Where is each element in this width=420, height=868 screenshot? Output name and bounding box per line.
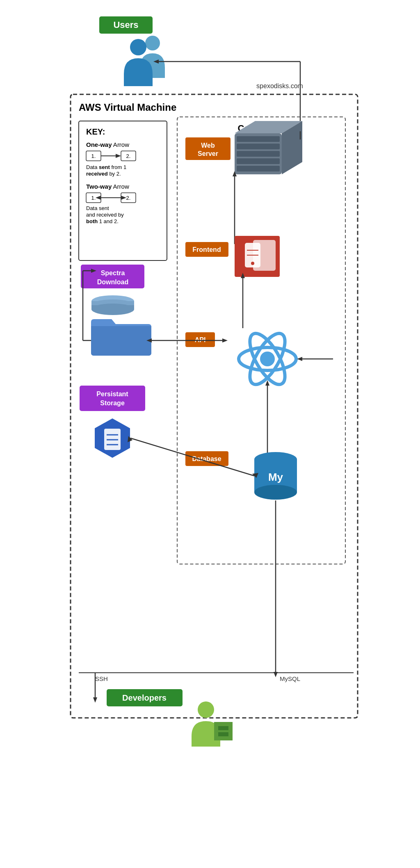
mysql-bottom-ellipse [254, 485, 297, 500]
key-twoway-desc2: and received by [86, 212, 124, 218]
users-label: Users [113, 20, 138, 30]
frontend-label: Frontend [192, 246, 221, 253]
key-oneway-desc2: received by 2. [86, 171, 121, 177]
aws-title: AWS Virtual Machine [79, 102, 176, 113]
mysql-down-arrowhead [274, 672, 278, 677]
two-way-arrow-head-right [121, 196, 126, 200]
right-to-api-arrowhead [297, 357, 302, 361]
mysql-text: My [268, 471, 283, 483]
spectra-label-line2: Download [97, 279, 128, 286]
dev-box-detail1 [218, 726, 228, 730]
key-twoway-desc3: both 1 and 2. [86, 218, 119, 224]
two-way-arrow-head-left [96, 196, 101, 200]
dev-box [214, 722, 233, 740]
key-num2-oneway: 2. [126, 153, 131, 159]
spectra-label-line1: Spectra [101, 270, 125, 276]
storage-label-line2: Storage [100, 400, 125, 407]
domain-label: spexodisks.com [256, 82, 303, 89]
key-num1-twoway: 1. [91, 195, 96, 201]
server-rack-2 [237, 144, 280, 149]
folder-bottom [91, 326, 151, 356]
one-way-title: One-way Arrow [86, 141, 129, 148]
diagram-svg: Users spexodisks.com AWS Virtual Machine… [58, 8, 362, 849]
developers-label: Developers [122, 693, 167, 702]
server-rack-4 [237, 158, 280, 164]
api-label: API [195, 336, 206, 343]
ssh-label: SSH [95, 675, 108, 682]
server-rack-3 [237, 151, 280, 157]
web-server-label-line2: Server [198, 150, 218, 157]
phone-button [251, 262, 254, 265]
key-oneway-desc1: Data sent from 1 [86, 164, 126, 170]
mysql-label-bottom: MySQL [280, 675, 300, 682]
architecture-diagram: Users spexodisks.com AWS Virtual Machine… [50, 0, 370, 859]
user-icon-front-body [124, 58, 153, 86]
user-icon-front-head [130, 39, 146, 55]
server-rack-1 [237, 136, 280, 142]
dev-icon-back-head [198, 701, 214, 718]
storage-label-line1: Persistant [96, 391, 128, 397]
folder-to-api-right-arrowhead [222, 338, 228, 343]
web-server-label-line1: Web [201, 142, 215, 149]
key-title: KEY: [86, 127, 105, 136]
dev-box-detail2 [218, 732, 228, 736]
server-rack-5 [237, 166, 280, 171]
one-way-arrow-head [116, 154, 121, 158]
user-icon-back-head [145, 36, 160, 50]
api-center-circle-cover [260, 352, 275, 366]
persistent-storage-badge [80, 386, 145, 411]
two-way-title: Two-way Arrow [86, 183, 129, 190]
hex-to-mysql-arrow [130, 438, 254, 476]
key-num2-twoway: 2. [126, 195, 131, 201]
key-twoway-desc1: Data sent [86, 205, 109, 211]
spectra-disk-bottom [91, 304, 134, 315]
ssh-arrowhead [93, 697, 97, 703]
key-num1-oneway: 1. [91, 153, 96, 159]
